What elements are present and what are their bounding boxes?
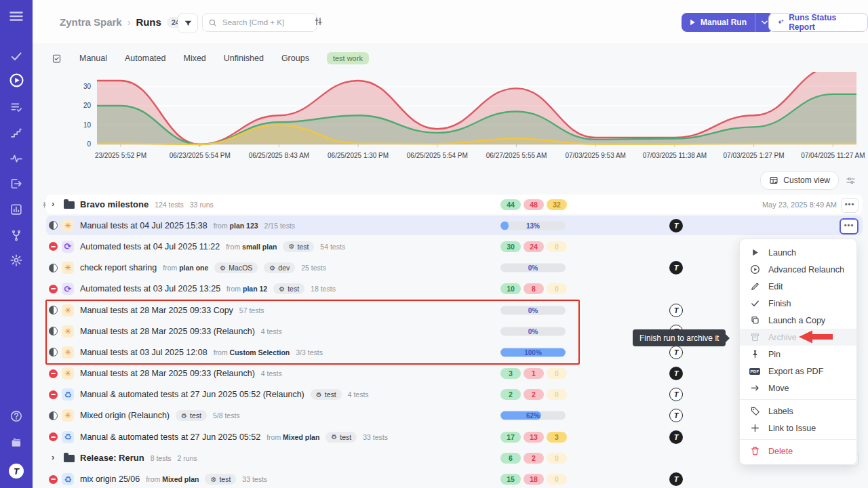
row-title[interactable]: Automated tests at 03 Jul 2025 13:25 — [80, 284, 220, 293]
env-tag[interactable]: ⚙test — [326, 432, 357, 443]
tab-manual[interactable]: Manual — [79, 54, 107, 63]
assignee-avatar[interactable]: T — [669, 304, 683, 317]
result-badges: 30 24 0 — [500, 241, 567, 252]
x-tick-label: 07/03/2025 11:38 AM — [643, 152, 707, 159]
assignee-avatar[interactable]: T — [669, 219, 683, 232]
row-title[interactable]: Bravo milestone — [80, 199, 149, 209]
row-title[interactable]: Manual tests at 28 Mar 2025 09:33 Copy — [80, 306, 233, 315]
runs-status-report-button[interactable]: Runs Status Report — [768, 13, 868, 32]
run-type-manual-icon: ✳ — [62, 346, 74, 359]
menu-item-label: Launch — [768, 248, 796, 258]
env-tag[interactable]: ⚙test — [176, 410, 207, 421]
folder-icon — [64, 201, 75, 209]
search-input[interactable] — [221, 18, 311, 27]
row-title[interactable]: Manual & automated tests at 27 Jun 2025 … — [80, 390, 304, 399]
group-tests-count: 124 tests — [155, 201, 184, 209]
row-menu-button[interactable]: ••• — [840, 218, 859, 235]
sidebar-item[interactable] — [0, 409, 33, 424]
tab-unfinished[interactable]: Unfinished — [224, 54, 264, 63]
env-tag[interactable]: ⚙test — [205, 474, 236, 485]
pdf-icon: PDF — [749, 368, 761, 375]
env-tag[interactable]: ⚙test — [273, 283, 304, 294]
sidebar-item[interactable] — [0, 435, 33, 450]
x-tick-label: 06/25/2025 1:30 PM — [328, 152, 389, 159]
menu-item-move[interactable]: Move — [740, 380, 856, 396]
archive-tooltip: Finish run to archive it — [633, 329, 726, 346]
other-count-badge: 0 — [547, 453, 567, 464]
menu-item-link-to-issue[interactable]: Link to Issue — [740, 420, 856, 436]
env-tag[interactable]: ⚙test — [283, 241, 314, 252]
sidebar-item[interactable] — [0, 100, 33, 115]
row-menu-button[interactable]: ••• — [841, 198, 859, 213]
row-title[interactable]: Mixed origin (Relaunch) — [80, 411, 170, 420]
checklist-icon[interactable] — [52, 54, 62, 64]
run-type-automated-icon: ⟳ — [62, 241, 74, 253]
pinned-indicator-icon — [41, 200, 48, 212]
menu-item-pin[interactable]: Pin — [740, 346, 856, 363]
sidebar-menu-button[interactable] — [0, 9, 33, 24]
assignee-avatar[interactable]: T — [669, 367, 683, 380]
row-title[interactable]: Manual tests at 28 Mar 2025 09:33 (Relau… — [80, 369, 255, 378]
page-title: Runs — [136, 16, 161, 28]
group-row[interactable]: ›Bravo milestone124 tests33 runs 44 48 3… — [33, 194, 868, 215]
menu-item-finish[interactable]: Finish — [740, 295, 856, 312]
sidebar-item[interactable] — [0, 125, 33, 140]
sidebar-item[interactable] — [0, 228, 33, 243]
env-tag[interactable]: ⚙dev — [264, 262, 295, 273]
custom-view-button[interactable]: Custom view — [760, 171, 839, 190]
sidebar-item[interactable] — [0, 176, 33, 191]
sidebar-item[interactable] — [0, 151, 33, 166]
view-settings-icon[interactable] — [846, 176, 856, 186]
sidebar-user-avatar[interactable]: T — [0, 463, 33, 479]
other-count-badge: 0 — [547, 283, 567, 294]
tests-count: 33 tests — [242, 475, 267, 483]
sidebar-item[interactable] — [0, 202, 33, 217]
row-title[interactable]: Manual tests at 04 Jul 2025 15:38 — [80, 221, 208, 230]
filter-button[interactable] — [178, 13, 198, 33]
row-title[interactable]: Manual tests at 28 Mar 2025 09:33 (Relau… — [80, 327, 255, 336]
run-type-mixed-icon: ♻ — [62, 388, 74, 401]
gear-icon: ⚙ — [288, 243, 294, 250]
menu-item-labels[interactable]: Labels — [740, 403, 856, 420]
run-row[interactable]: ♻mix origin 25/06from Mixed plan⚙test33 … — [33, 468, 868, 488]
sidebar-item[interactable] — [0, 73, 33, 87]
passed-count-badge: 44 — [500, 199, 521, 210]
app-sidebar: T — [0, 0, 33, 488]
menu-item-launch-a-copy[interactable]: Launch a Copy — [740, 312, 856, 329]
search-box[interactable] — [202, 13, 317, 32]
breadcrumb-project[interactable]: Zyntra Spark — [60, 16, 122, 28]
x-tick-label: 07/03/2025 1:27 PM — [724, 152, 785, 159]
menu-item-export-as-pdf[interactable]: PDFExport as PDF — [740, 363, 856, 380]
row-title[interactable]: check report sharing — [80, 263, 157, 272]
menu-item-delete[interactable]: Delete — [740, 443, 856, 460]
row-title[interactable]: Automated tests at 04 Jul 2025 11:22 — [80, 242, 220, 251]
filter-tabs: ManualAutomatedMixedUnfinishedGroups tes… — [52, 50, 369, 66]
env-tag[interactable]: ⚙MacOS — [214, 262, 258, 273]
expand-chevron-icon[interactable]: › — [52, 199, 54, 209]
row-title[interactable]: mix origin 25/06 — [80, 474, 140, 484]
tab-mixed[interactable]: Mixed — [183, 54, 205, 63]
row-title[interactable]: Release: Rerun — [80, 453, 144, 463]
row-title[interactable]: Manual tests at 03 Jul 2025 12:08 — [80, 348, 208, 357]
tab-automated[interactable]: Automated — [125, 54, 165, 63]
expand-chevron-icon[interactable]: › — [52, 452, 54, 462]
menu-item-advanced-relaunch[interactable]: Advanced Relaunch — [740, 261, 856, 278]
run-row[interactable]: ✳Manual tests at 04 Jul 2025 15:38from p… — [33, 215, 868, 236]
sidebar-item[interactable] — [0, 253, 33, 268]
sparkles-icon — [776, 18, 785, 27]
menu-item-launch[interactable]: Launch — [740, 244, 856, 261]
assignee-avatar[interactable]: T — [669, 472, 683, 486]
active-filter-chip[interactable]: test work — [327, 52, 369, 64]
menu-item-edit[interactable]: Edit — [740, 278, 856, 295]
row-title[interactable]: Manual & automated tests at 27 Jun 2025 … — [80, 432, 260, 442]
x-tick-label: 06/23/2025 5:54 PM — [170, 152, 231, 159]
sidebar-item[interactable] — [0, 49, 33, 64]
run-in-progress-status-icon — [49, 264, 58, 272]
failed-count-badge: 2 — [524, 453, 544, 464]
assignee-avatar[interactable]: T — [669, 346, 683, 359]
manual-run-button[interactable]: Manual Run — [682, 13, 755, 32]
adjustments-icon[interactable] — [313, 16, 323, 29]
tab-groups[interactable]: Groups — [281, 54, 309, 63]
env-tag[interactable]: ⚙test — [311, 389, 342, 400]
assignee-avatar[interactable]: T — [669, 430, 683, 444]
